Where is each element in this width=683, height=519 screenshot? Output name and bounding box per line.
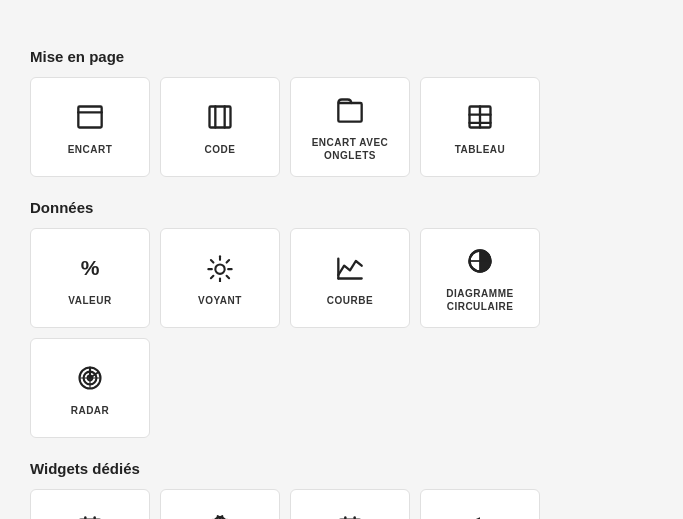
courbe-icon	[332, 250, 368, 286]
section-donnees: Données % VALEUR VOYANT COURBE DIAGRAMME…	[30, 199, 653, 438]
widget-card-tableau[interactable]: TABLEAU	[420, 77, 540, 177]
diagramme-icon	[462, 243, 498, 279]
widget-card-bouton[interactable]: BOUTON	[420, 489, 540, 519]
widget-card-courbe[interactable]: COURBE	[290, 228, 410, 328]
widget-card-radar[interactable]: RADAR	[30, 338, 150, 438]
svg-point-11	[215, 264, 224, 273]
widget-card-valeur[interactable]: % VALEUR	[30, 228, 150, 328]
svg-rect-2	[210, 106, 231, 127]
bouton-icon	[462, 511, 498, 520]
alarmes-icon	[202, 511, 238, 520]
section-heading-mise-en-page: Mise en page	[30, 48, 653, 65]
calendrier-icon	[72, 511, 108, 520]
widget-label-encart-onglets: ENCART AVEC ONGLETS	[312, 136, 389, 162]
encart-icon	[72, 99, 108, 135]
widget-card-encart-onglets[interactable]: ENCART AVEC ONGLETS	[290, 77, 410, 177]
svg-line-15	[227, 275, 229, 277]
widget-card-evenements[interactable]: ÉVÉNEMENTS	[290, 489, 410, 519]
svg-line-18	[211, 275, 213, 277]
radar-icon	[72, 360, 108, 396]
svg-text:%: %	[81, 256, 100, 279]
svg-rect-5	[338, 103, 361, 122]
svg-rect-0	[78, 106, 101, 127]
svg-line-39	[220, 516, 222, 517]
widget-label-radar: RADAR	[71, 404, 110, 417]
widget-card-voyant[interactable]: VOYANT	[160, 228, 280, 328]
widget-label-code: CODE	[205, 143, 236, 156]
code-icon	[202, 99, 238, 135]
section-widgets-dedies: Widgets dédiés CALENDRIER ALARMES ÉVÉNEM…	[30, 460, 653, 519]
evenements-icon	[332, 511, 368, 520]
section-heading-donnees: Données	[30, 199, 653, 216]
section-mise-en-page: Mise en page ENCART CODE ENCART AVEC ONG…	[30, 48, 653, 177]
widget-card-alarmes[interactable]: ALARMES	[160, 489, 280, 519]
encart-onglets-icon	[332, 92, 368, 128]
widget-label-valeur: VALEUR	[68, 294, 111, 307]
widget-card-diagramme[interactable]: DIAGRAMME CIRCULAIRE	[420, 228, 540, 328]
widget-grid-mise-en-page: ENCART CODE ENCART AVEC ONGLETS TABLEAU	[30, 77, 653, 177]
svg-line-19	[227, 260, 229, 262]
voyant-icon	[202, 250, 238, 286]
widget-label-courbe: COURBE	[327, 294, 373, 307]
svg-line-14	[211, 260, 213, 262]
widget-label-voyant: VOYANT	[198, 294, 242, 307]
widget-label-diagramme: DIAGRAMME CIRCULAIRE	[446, 287, 513, 313]
widget-card-code[interactable]: CODE	[160, 77, 280, 177]
widget-grid-widgets-dedies: CALENDRIER ALARMES ÉVÉNEMENTS BOUTON INT…	[30, 489, 653, 519]
section-heading-widgets-dedies: Widgets dédiés	[30, 460, 653, 477]
widget-label-tableau: TABLEAU	[455, 143, 506, 156]
widget-label-encart: ENCART	[68, 143, 113, 156]
widget-card-calendrier[interactable]: CALENDRIER	[30, 489, 150, 519]
widget-card-encart[interactable]: ENCART	[30, 77, 150, 177]
tableau-icon	[462, 99, 498, 135]
valeur-icon: %	[72, 250, 108, 286]
widget-grid-donnees: % VALEUR VOYANT COURBE DIAGRAMME CIRCULA…	[30, 228, 653, 438]
